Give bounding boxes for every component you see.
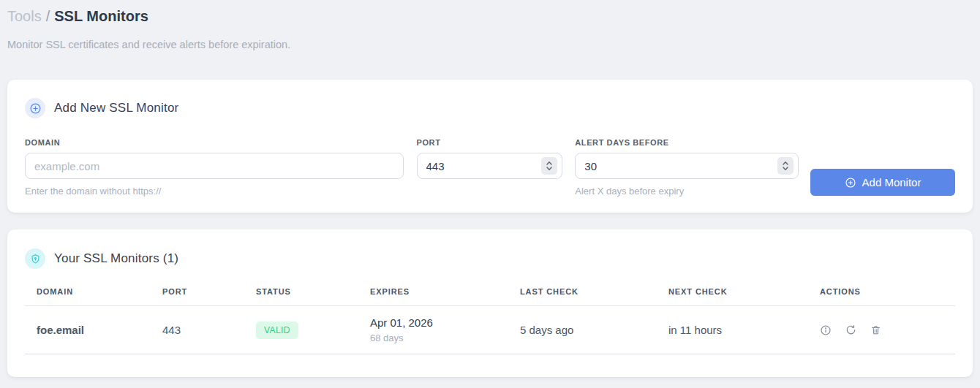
page: Tools/SSL Monitors Monitor SSL certifica… [0,0,980,377]
domain-help-text: Enter the domain without https:// [25,186,404,197]
breadcrumb-separator: / [46,8,50,24]
monitor-port: 443 [151,306,244,354]
monitor-last-check: 5 days ago [508,306,657,354]
column-header-next-check: NEXT CHECK [657,281,808,306]
monitors-table: DOMAIN PORT STATUS EXPIRES LAST CHECK NE… [25,281,955,354]
port-label: PORT [417,138,563,147]
add-monitor-card-header: Add New SSL Monitor [25,98,955,118]
monitors-title: Your SSL Monitors (1) [54,251,178,266]
monitors-card-header: Your SSL Monitors (1) [25,248,955,269]
add-monitor-button[interactable]: Add Monitor [810,169,955,196]
add-monitor-title: Add New SSL Monitor [54,101,178,115]
expires-date: Apr 01, 2026 [370,316,497,329]
table-header-row: DOMAIN PORT STATUS EXPIRES LAST CHECK NE… [25,281,955,306]
add-monitor-button-label: Add Monitor [862,176,921,189]
status-badge: VALID [256,322,298,339]
column-header-port: PORT [151,281,244,306]
port-stepper[interactable] [541,157,557,175]
column-header-domain: DOMAIN [25,281,151,306]
monitor-expires-cell: Apr 01, 2026 68 days [358,306,508,354]
shield-lock-icon [25,248,45,269]
info-icon[interactable] [820,324,832,336]
monitor-actions-cell [808,306,955,354]
monitor-domain: foe.email [25,306,151,354]
alert-days-help-text: Alert X days before expiry [575,186,799,197]
expires-days-remaining: 68 days [370,332,497,343]
monitor-status-cell: VALID [244,306,358,354]
monitor-next-check[interactable]: in 11 hours [657,306,808,354]
column-header-actions: ACTIONS [808,281,955,306]
breadcrumb: Tools/SSL Monitors [7,6,973,26]
alert-days-stepper[interactable] [777,157,794,175]
plus-circle-icon [845,177,856,189]
column-header-expires: EXPIRES [358,281,508,306]
monitors-card: Your SSL Monitors (1) DOMAIN PORT STATUS… [7,229,973,377]
table-row: foe.email 443 VALID Apr 01, 2026 68 days… [25,306,955,354]
refresh-icon[interactable] [845,324,856,335]
trash-icon[interactable] [870,324,881,335]
port-field-group: PORT [417,138,563,197]
add-monitor-form: DOMAIN Enter the domain without https://… [25,138,955,197]
domain-label: DOMAIN [25,138,404,147]
domain-input[interactable] [25,153,404,179]
domain-field-group: DOMAIN Enter the domain without https:// [25,138,404,197]
page-subtitle: Monitor SSL certificates and receive ale… [7,39,973,50]
column-header-last-check: LAST CHECK [508,281,657,306]
plus-circle-icon [25,98,45,118]
alert-days-field-group: ALERT DAYS BEFORE Alert X days before ex… [575,138,799,197]
alert-days-label: ALERT DAYS BEFORE [575,138,799,147]
column-header-status: STATUS [244,281,358,306]
submit-column: Add Monitor [810,138,955,197]
page-title: SSL Monitors [54,8,148,24]
alert-days-input[interactable] [575,153,799,179]
breadcrumb-parent[interactable]: Tools [7,8,42,24]
add-monitor-card: Add New SSL Monitor DOMAIN Enter the dom… [7,80,973,213]
